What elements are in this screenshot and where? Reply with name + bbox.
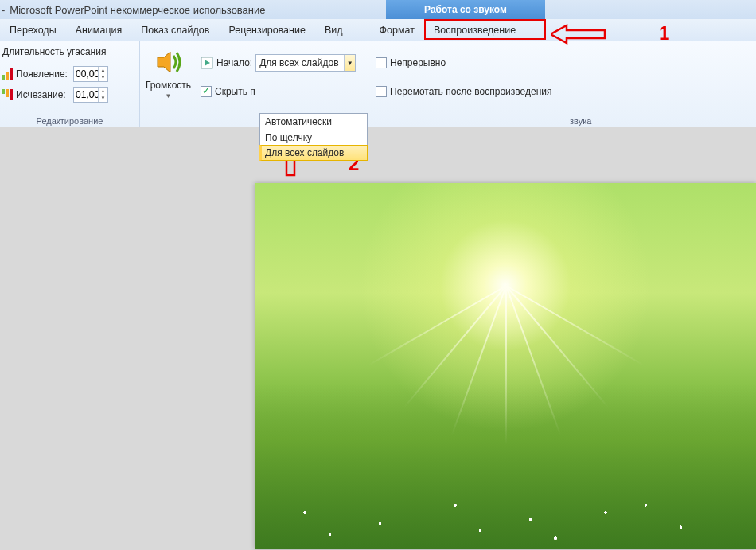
volume-icon[interactable] <box>154 48 183 76</box>
start-combo-value: Для всех слайдов <box>259 57 338 68</box>
loop-label: Непрерывно <box>390 57 446 68</box>
rewind-checkbox[interactable] <box>376 86 387 97</box>
contextual-tab-sound-tools[interactable]: Работа со звуком <box>386 0 545 19</box>
fade-in-label: Появление: <box>16 68 73 80</box>
annotation-arrow-left-icon <box>551 24 606 45</box>
ribbon: Длительность угасания Появление: ▲▼ Исче… <box>0 41 756 127</box>
loop-checkbox[interactable] <box>376 57 387 68</box>
group-editing: Длительность угасания Появление: ▲▼ Исче… <box>0 41 140 127</box>
start-combo[interactable]: Для всех слайдов ▼ <box>255 54 356 72</box>
title-bar: - Microsoft PowerPoint некоммерческое ис… <box>0 0 756 19</box>
group-sound-options: Начало: Для всех слайдов ▼ Скрыть п Непр… <box>197 41 603 127</box>
ribbon-tabs: Переходы Анимация Показ слайдов Рецензир… <box>0 19 756 41</box>
dash: - <box>0 4 10 16</box>
fade-in-spinner[interactable]: ▲▼ <box>73 66 108 82</box>
tab-format[interactable]: Формат <box>370 19 424 41</box>
spin-up[interactable]: ▲ <box>99 88 107 95</box>
rewind-label: Перемотать после воспроизведения <box>390 86 551 97</box>
volume-label[interactable]: Громкость <box>140 80 197 91</box>
app-title: Microsoft PowerPoint некоммерческое испо… <box>10 4 265 16</box>
tab-view[interactable]: Вид <box>315 19 353 41</box>
volume-dropdown-arrow[interactable]: ▼ <box>140 92 197 99</box>
dropdown-item-auto[interactable]: Автоматически <box>260 114 367 130</box>
tab-review[interactable]: Рецензирование <box>219 19 315 41</box>
slide-background-image <box>255 183 756 549</box>
group-volume: Громкость ▼ <box>140 41 197 127</box>
fade-out-row: Исчезание: ▲▼ <box>2 86 108 103</box>
slide[interactable] <box>255 183 756 549</box>
fade-out-input[interactable] <box>74 89 98 100</box>
loop-row[interactable]: Непрерывно <box>376 54 446 72</box>
tab-playback[interactable]: Воспроизведение <box>424 19 525 41</box>
fade-out-label: Исчезание: <box>16 89 73 100</box>
tab-animation[interactable]: Анимация <box>66 19 132 41</box>
dropdown-item-click[interactable]: По щелчку <box>260 130 367 146</box>
start-label: Начало: <box>216 57 252 68</box>
fade-out-spinner[interactable]: ▲▼ <box>73 87 108 103</box>
fade-in-icon <box>2 68 13 80</box>
tab-slideshow[interactable]: Показ слайдов <box>131 19 219 41</box>
group-label-editing: Редактирование <box>0 116 139 126</box>
dropdown-item-all-slides[interactable]: Для всех слайдов <box>259 145 368 161</box>
hide-label: Скрыть п <box>215 86 255 97</box>
svg-marker-3 <box>551 25 605 43</box>
start-dropdown-menu: Автоматически По щелчку Для всех слайдов <box>259 113 368 161</box>
start-row: Начало: Для всех слайдов ▼ <box>201 54 356 72</box>
annotation-number-1: 1 <box>659 22 669 45</box>
fade-duration-title: Длительность угасания <box>2 46 106 57</box>
spin-up[interactable]: ▲ <box>99 67 107 74</box>
fade-out-icon <box>2 89 13 100</box>
rewind-row[interactable]: Перемотать после воспроизведения <box>376 83 551 100</box>
spin-down[interactable]: ▼ <box>99 74 107 81</box>
svg-marker-0 <box>158 52 170 72</box>
hide-on-show-row[interactable]: Скрыть п <box>201 83 255 100</box>
group-label-sound: звука <box>570 116 591 126</box>
spin-down[interactable]: ▼ <box>99 95 107 102</box>
start-combo-button[interactable]: ▼ <box>344 55 355 71</box>
start-icon <box>201 57 213 69</box>
slide-canvas[interactable] <box>0 127 756 550</box>
hide-checkbox[interactable] <box>201 86 212 97</box>
tab-transitions[interactable]: Переходы <box>0 19 66 41</box>
fade-in-input[interactable] <box>74 68 98 80</box>
fade-in-row: Появление: ▲▼ <box>2 65 108 83</box>
